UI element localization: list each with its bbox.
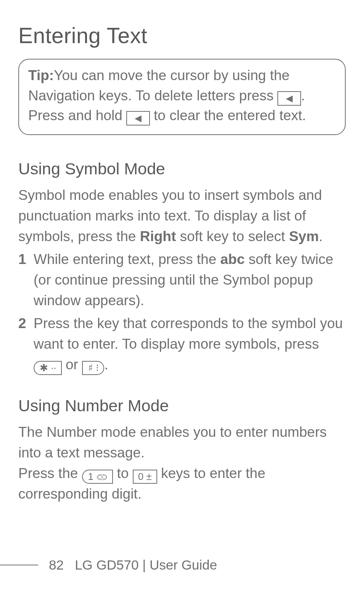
step-body: While entering text, press the abc soft …	[34, 249, 346, 311]
tip-text-3: Press and hold	[28, 108, 126, 123]
number-text: to	[113, 465, 132, 481]
step-text: Press the key that corresponds to the sy…	[34, 316, 343, 352]
step-number: 1	[18, 249, 34, 311]
page-number: 82	[49, 557, 64, 572]
symbol-text: .	[319, 229, 323, 244]
symbol-text: soft key to select	[176, 229, 289, 244]
symbol-paragraph: Symbol mode enables you to insert symbol…	[18, 185, 346, 247]
step-number: 2	[18, 313, 34, 375]
abc-softkey-label: abc	[220, 251, 245, 267]
back-key-icon: ◄	[277, 91, 301, 106]
number-text: Press the	[18, 465, 82, 481]
back-key-icon: ◄	[126, 111, 150, 126]
section-heading-number: Using Number Mode	[18, 396, 346, 415]
footer-rule	[0, 565, 38, 565]
step-text: or	[62, 357, 82, 372]
symbol-mode-section: Using Symbol Mode Symbol mode enables yo…	[18, 159, 346, 375]
hash-key-icon: ♯ ⁝	[82, 361, 104, 375]
symbol-steps-list: 1 While entering text, press the abc sof…	[18, 249, 346, 375]
one-key-digit: 1	[88, 471, 93, 482]
footer-label: LG GD570 | User Guide	[75, 557, 217, 572]
tip-text-1: You can move the cursor by using the	[54, 68, 290, 83]
number-paragraph-2: Press the 1 to 0 ± keys to enter the cor…	[18, 463, 346, 504]
sym-label: Sym	[289, 229, 319, 244]
right-softkey-label: Right	[140, 229, 176, 244]
footer-text: 82 LG GD570 | User Guide	[38, 557, 217, 573]
number-paragraph-1: The Number mode enables you to enter num…	[18, 422, 346, 463]
page-footer: 82 LG GD570 | User Guide	[0, 557, 217, 573]
step-text: .	[104, 357, 108, 372]
voicemail-icon	[97, 475, 107, 480]
zero-key-icon: 0 ±	[133, 470, 157, 484]
tip-text-2: Navigation keys. To delete letters press	[28, 88, 277, 103]
list-item: 2 Press the key that corresponds to the …	[18, 313, 346, 375]
section-heading-symbol: Using Symbol Mode	[18, 159, 346, 178]
step-text: While entering text, press the	[34, 251, 220, 267]
step-body: Press the key that corresponds to the sy…	[34, 313, 346, 375]
tip-box: Tip:You can move the cursor by using the…	[18, 59, 346, 135]
star-key-icon: ✱ ∙∙	[34, 361, 62, 375]
number-mode-section: Using Number Mode The Number mode enable…	[18, 396, 346, 504]
tip-label: Tip:	[28, 68, 54, 83]
tip-text-3b: to clear the entered text.	[150, 108, 306, 123]
one-key-icon: 1	[82, 470, 113, 484]
list-item: 1 While entering text, press the abc sof…	[18, 249, 346, 311]
tip-text-2b: .	[301, 88, 305, 103]
page-title: Entering Text	[18, 23, 346, 48]
